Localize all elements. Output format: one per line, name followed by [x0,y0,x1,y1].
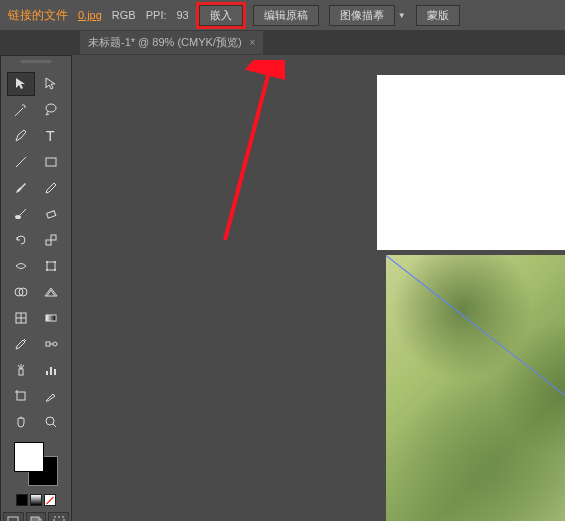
document-tab-bar: 未标题-1* @ 89% (CMYK/预览) × [0,30,565,55]
draw-mode-row [3,512,69,521]
svg-point-11 [54,261,56,263]
selection-tool[interactable] [7,72,35,96]
svg-line-31 [53,424,56,427]
swatch-none[interactable] [44,494,56,506]
gradient-tool[interactable] [37,306,65,330]
hand-tool[interactable] [7,410,35,434]
svg-rect-24 [46,371,48,375]
slice-tool[interactable] [37,384,65,408]
mesh-tool[interactable] [7,306,35,330]
svg-point-0 [46,104,56,112]
ppi-label: PPI: [146,9,167,21]
paintbrush-tool[interactable] [7,176,35,200]
svg-rect-19 [46,315,56,321]
svg-rect-25 [50,367,52,375]
panel-grip[interactable] [3,60,69,68]
shape-builder-tool[interactable] [7,280,35,304]
document-tab[interactable]: 未标题-1* @ 89% (CMYK/预览) × [80,31,263,54]
svg-point-12 [46,269,48,271]
scale-tool[interactable] [37,228,65,252]
svg-rect-9 [47,262,55,270]
svg-line-2 [16,157,26,167]
svg-rect-6 [47,211,56,218]
rotate-tool[interactable] [7,228,35,252]
fill-color[interactable] [14,442,44,472]
placed-image[interactable] [386,255,565,521]
color-mode-swatches [3,494,69,506]
draw-normal[interactable] [3,512,24,521]
image-trace-dropdown[interactable]: 图像描摹 ▼ [329,5,406,26]
svg-point-13 [54,269,56,271]
magic-wand-tool[interactable] [7,98,35,122]
chevron-down-icon: ▼ [398,11,406,20]
linked-filename[interactable]: 0.jpg [78,9,102,21]
svg-point-4 [15,215,21,219]
rectangle-tool[interactable] [37,150,65,174]
free-transform-tool[interactable] [37,254,65,278]
svg-rect-20 [46,342,50,346]
color-picker[interactable] [14,442,58,486]
lasso-tool[interactable] [37,98,65,122]
svg-rect-8 [51,235,56,240]
ppi-value: 93 [177,9,189,21]
pencil-tool[interactable] [37,176,65,200]
color-mode-label: RGB [112,9,136,21]
artboard-tool[interactable] [7,384,35,408]
svg-rect-27 [17,392,25,400]
edit-original-button[interactable]: 编辑原稿 [253,5,319,26]
document-tab-title: 未标题-1* @ 89% (CMYK/预览) [88,35,242,50]
svg-rect-23 [19,369,23,375]
svg-rect-32 [8,517,18,521]
swatch-solid[interactable] [16,494,28,506]
draw-inside[interactable] [48,512,69,521]
svg-rect-7 [46,240,51,245]
svg-point-21 [53,342,57,346]
eraser-tool[interactable] [37,202,65,226]
svg-point-10 [46,261,48,263]
embed-button[interactable]: 嵌入 [199,5,243,26]
tools-panel: T [0,55,72,521]
svg-rect-34 [31,517,39,521]
blob-brush-tool[interactable] [7,202,35,226]
close-tab-icon[interactable]: × [250,37,256,48]
svg-text:T: T [46,128,55,144]
line-tool[interactable] [7,150,35,174]
svg-rect-3 [46,158,56,166]
svg-rect-26 [54,369,56,375]
eyedropper-tool[interactable] [7,332,35,356]
svg-rect-35 [54,517,64,521]
mask-button[interactable]: 蒙版 [416,5,460,26]
perspective-grid-tool[interactable] [37,280,65,304]
blend-tool[interactable] [37,332,65,356]
zoom-tool[interactable] [37,410,65,434]
symbol-sprayer-tool[interactable] [7,358,35,382]
artboard-blank[interactable] [377,75,565,250]
svg-point-30 [46,417,54,425]
linked-file-label: 链接的文件 [8,7,68,24]
canvas-area[interactable] [72,55,565,521]
direct-selection-tool[interactable] [37,72,65,96]
pen-tool[interactable] [7,124,35,148]
image-trace-button[interactable]: 图像描摹 [329,5,395,26]
type-tool[interactable]: T [37,124,65,148]
swatch-gradient[interactable] [30,494,42,506]
column-graph-tool[interactable] [37,358,65,382]
draw-behind[interactable] [26,512,47,521]
width-tool[interactable] [7,254,35,278]
svg-line-5 [20,209,26,215]
options-bar: 链接的文件 0.jpg RGB PPI: 93 嵌入 编辑原稿 图像描摹 ▼ 蒙… [0,0,565,30]
